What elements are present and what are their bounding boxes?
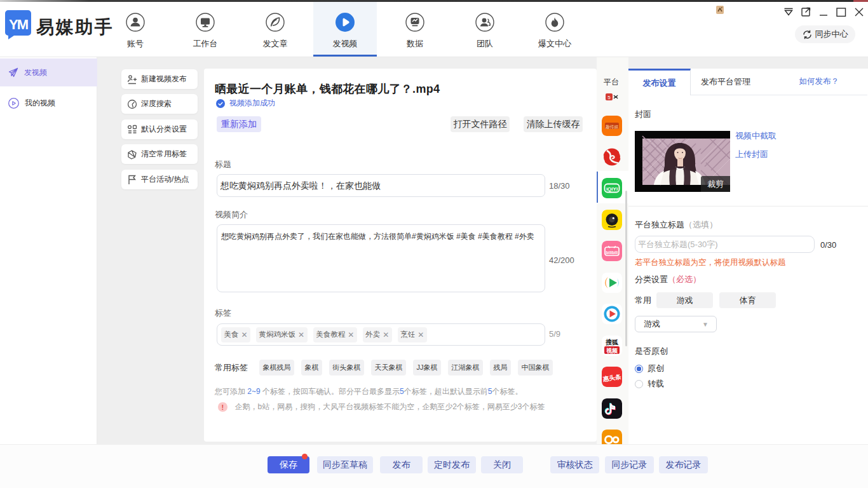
svg-text:iQIYI: iQIYI xyxy=(606,186,618,192)
svg-text:5: 5 xyxy=(607,95,611,100)
svg-text:M2U: M2U xyxy=(644,141,653,145)
svg-text:趣传媒: 趣传媒 xyxy=(606,125,619,130)
svg-text:视频: 视频 xyxy=(606,348,618,354)
svg-text:搜狐: 搜狐 xyxy=(605,339,619,346)
svg-text:YM: YM xyxy=(9,17,28,32)
svg-text:bilibili: bilibili xyxy=(606,250,618,255)
